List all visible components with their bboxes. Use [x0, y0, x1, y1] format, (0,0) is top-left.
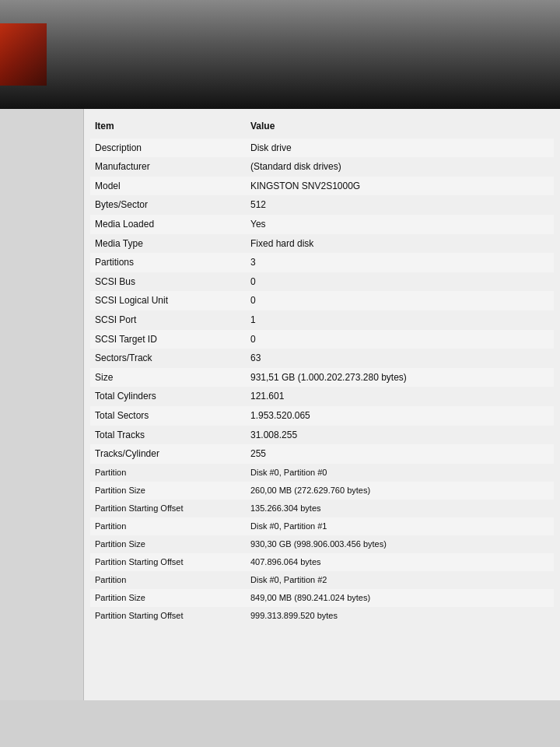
row-item-label: Partition Size — [95, 538, 250, 551]
row-value: Disk drive — [250, 141, 549, 156]
table-row: Partition Size260,00 MB (272.629.760 byt… — [90, 482, 554, 500]
row-item-label: Partition Starting Offset — [95, 556, 250, 569]
row-item-label: SCSI Target ID — [95, 332, 250, 347]
row-item-label: Size — [95, 370, 250, 385]
row-value: 999.313.899.520 bytes — [250, 609, 549, 622]
table-row: SCSI Target ID0 — [90, 330, 554, 349]
row-item-label: SCSI Port — [95, 313, 250, 328]
row-item-label: Bytes/Sector — [95, 198, 250, 212]
bottom-area — [0, 700, 560, 747]
row-value: 63 — [250, 351, 549, 366]
table-row: ModelKINGSTON SNV2S1000G — [90, 177, 554, 196]
row-value: 1.953.520.065 — [250, 409, 549, 423]
table-row: SCSI Port1 — [90, 310, 554, 330]
row-value: (Standard disk drives) — [250, 160, 549, 174]
table-row: Total Cylinders121.601 — [90, 387, 554, 406]
table-row: Partition Starting Offset135.266.304 byt… — [90, 500, 554, 517]
table-row: Bytes/Sector512 — [90, 195, 554, 215]
table-row: Tracks/Cylinder255 — [90, 444, 554, 464]
table-row: PartitionDisk #0, Partition #1 — [90, 517, 554, 535]
row-item-label: Total Cylinders — [95, 389, 250, 404]
table-row: Partition Starting Offset999.313.899.520… — [90, 607, 554, 625]
red-accent — [0, 23, 47, 86]
row-item-label: Tracks/Cylinder — [95, 447, 250, 461]
row-value: 931,51 GB (1.000.202.273.280 bytes) — [250, 370, 549, 385]
row-value: Disk #0, Partition #0 — [250, 466, 549, 479]
table-row: PartitionDisk #0, Partition #2 — [90, 571, 554, 589]
row-item-label: Total Tracks — [95, 428, 250, 443]
row-value: 255 — [250, 447, 549, 461]
table-row: Partition Size849,00 MB (890.241.024 byt… — [90, 589, 554, 607]
row-item-label: SCSI Bus — [95, 275, 250, 289]
row-value: 3 — [250, 255, 549, 270]
row-item-label: Partition Size — [95, 484, 250, 497]
row-value: 512 — [250, 198, 549, 212]
row-value: Fixed hard disk — [250, 237, 549, 251]
left-panel — [0, 109, 84, 747]
table-row: Manufacturer(Standard disk drives) — [90, 157, 554, 177]
row-value: 31.008.255 — [250, 428, 549, 443]
right-panel: Item Value DescriptionDisk driveManufact… — [84, 109, 560, 747]
table-row: Sectors/Track63 — [90, 349, 554, 368]
row-item-label: Partition — [95, 573, 250, 587]
table-row: Media LoadedYes — [90, 215, 554, 234]
row-value: Disk #0, Partition #2 — [250, 573, 549, 587]
row-item-label: Media Loaded — [95, 217, 250, 232]
table-container: Item Value DescriptionDisk driveManufact… — [84, 117, 560, 625]
row-item-label: Total Sectors — [95, 409, 250, 423]
row-item-label: Partition Starting Offset — [95, 609, 250, 622]
row-item-label: Partition Starting Offset — [95, 502, 250, 515]
row-value: 0 — [250, 332, 549, 347]
row-item-label: Sectors/Track — [95, 351, 250, 366]
row-value: 260,00 MB (272.629.760 bytes) — [250, 484, 549, 497]
table-row: Size931,51 GB (1.000.202.273.280 bytes) — [90, 368, 554, 388]
row-value: 849,00 MB (890.241.024 bytes) — [250, 591, 549, 605]
row-item-label: Partition — [95, 520, 250, 533]
row-value: 0 — [250, 293, 549, 308]
table-row: Media TypeFixed hard disk — [90, 234, 554, 254]
table-row: DescriptionDisk drive — [90, 139, 554, 158]
table-row: Total Sectors1.953.520.065 — [90, 406, 554, 426]
top-bar — [0, 0, 560, 109]
table-row: SCSI Logical Unit0 — [90, 291, 554, 310]
row-item-label: Partitions — [95, 255, 250, 270]
row-value: 0 — [250, 275, 549, 289]
row-value: 135.266.304 bytes — [250, 502, 549, 515]
row-value: KINGSTON SNV2S1000G — [250, 179, 549, 194]
row-item-label: Model — [95, 179, 250, 194]
row-item-label: Partition — [95, 466, 250, 479]
table-row: Partition Size930,30 GB (998.906.003.456… — [90, 535, 554, 553]
row-item-label: Partition Size — [95, 591, 250, 605]
table-row: Partitions3 — [90, 253, 554, 272]
row-value: 121.601 — [250, 389, 549, 404]
table-row: PartitionDisk #0, Partition #0 — [90, 464, 554, 482]
row-item-label: SCSI Logical Unit — [95, 293, 250, 308]
row-value: 407.896.064 bytes — [250, 556, 549, 569]
row-value: Disk #0, Partition #1 — [250, 520, 549, 533]
table-header-row: Item Value — [90, 117, 554, 139]
row-value: Yes — [250, 217, 549, 232]
row-value: 1 — [250, 313, 549, 328]
main-content: Item Value DescriptionDisk driveManufact… — [0, 109, 560, 747]
row-item-label: Manufacturer — [95, 160, 250, 174]
column-header-value: Value — [250, 119, 549, 134]
table-row: SCSI Bus0 — [90, 272, 554, 292]
table-row: Partition Starting Offset407.896.064 byt… — [90, 553, 554, 571]
table-row: Total Tracks31.008.255 — [90, 426, 554, 445]
row-value: 930,30 GB (998.906.003.456 bytes) — [250, 538, 549, 551]
column-header-item: Item — [95, 119, 250, 134]
row-item-label: Description — [95, 141, 250, 156]
row-item-label: Media Type — [95, 237, 250, 251]
